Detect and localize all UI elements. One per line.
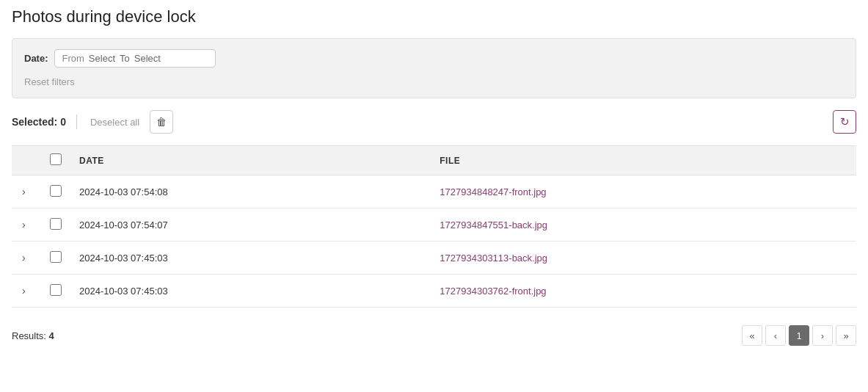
- current-page-button[interactable]: 1: [789, 325, 809, 346]
- selected-count-value: 0: [60, 116, 66, 128]
- checkbox-cell: [41, 208, 70, 242]
- file-cell: 1727934303113-back.jpg: [431, 242, 856, 275]
- checkbox-cell: [41, 175, 70, 208]
- file-cell: 1727934847551-back.jpg: [431, 208, 856, 242]
- from-select[interactable]: Select: [89, 53, 115, 64]
- page-title: Photos during device lock: [12, 7, 856, 26]
- reset-filters-button[interactable]: Reset filters: [24, 76, 75, 87]
- table-body: › 2024-10-03 07:54:08 1727934848247-fron…: [12, 175, 856, 308]
- file-link[interactable]: 1727934847551-back.jpg: [440, 219, 547, 231]
- table-row: › 2024-10-03 07:45:03 1727934303113-back…: [12, 242, 856, 275]
- expand-button[interactable]: ›: [21, 283, 27, 298]
- deselect-all-button[interactable]: Deselect all: [87, 115, 142, 129]
- file-cell: 1727934303762-front.jpg: [431, 275, 856, 308]
- expand-button[interactable]: ›: [21, 184, 27, 199]
- table-row: › 2024-10-03 07:54:08 1727934848247-fron…: [12, 175, 856, 208]
- pagination: « ‹ 1 › »: [742, 325, 856, 346]
- toolbar-left: Selected: 0 Deselect all 🗑: [12, 110, 173, 134]
- file-link[interactable]: 1727934303113-back.jpg: [440, 253, 547, 264]
- expand-button[interactable]: ›: [21, 250, 27, 265]
- date-label: Date:: [24, 53, 48, 64]
- first-page-button[interactable]: «: [742, 325, 762, 346]
- results-count: 4: [49, 330, 54, 341]
- file-cell: 1727934848247-front.jpg: [431, 175, 856, 208]
- last-page-button[interactable]: »: [836, 325, 856, 346]
- date-cell: 2024-10-03 07:45:03: [70, 242, 431, 275]
- table-container: DATE FILE › 2024-10-03 07:54:08 17279348…: [12, 145, 856, 308]
- date-cell: 2024-10-03 07:45:03: [70, 275, 431, 308]
- date-column-header: DATE: [70, 146, 431, 175]
- expand-cell: ›: [12, 275, 41, 308]
- table-row: › 2024-10-03 07:54:07 1727934847551-back…: [12, 208, 856, 242]
- checkbox-col-header: [41, 146, 70, 175]
- filter-bar: Date: From Select To Select Reset filter…: [12, 38, 856, 98]
- next-page-button[interactable]: ›: [812, 325, 833, 346]
- footer: Results: 4 « ‹ 1 › »: [12, 322, 856, 349]
- row-checkbox[interactable]: [50, 218, 62, 230]
- row-checkbox[interactable]: [50, 284, 62, 296]
- delete-button[interactable]: 🗑: [150, 110, 173, 134]
- expand-col-header: [12, 146, 41, 175]
- expand-cell: ›: [12, 208, 41, 242]
- expand-cell: ›: [12, 175, 41, 208]
- table-header: DATE FILE: [12, 146, 856, 175]
- from-label: From: [62, 53, 84, 64]
- date-range-input[interactable]: From Select To Select: [54, 49, 216, 68]
- prev-page-button[interactable]: ‹: [765, 325, 786, 346]
- photos-table: DATE FILE › 2024-10-03 07:54:08 17279348…: [12, 145, 856, 308]
- refresh-icon: ↻: [840, 115, 850, 128]
- delete-icon: 🗑: [156, 116, 167, 128]
- file-link[interactable]: 1727934303762-front.jpg: [440, 286, 546, 297]
- expand-cell: ›: [12, 242, 41, 275]
- date-cell: 2024-10-03 07:54:07: [70, 208, 431, 242]
- date-cell: 2024-10-03 07:54:08: [70, 175, 431, 208]
- results-label: Results: 4: [12, 330, 54, 341]
- selected-count-label: Selected: 0: [12, 116, 66, 128]
- toolbar: Selected: 0 Deselect all 🗑 ↻: [12, 107, 856, 137]
- row-checkbox[interactable]: [50, 251, 62, 263]
- results-text: Results:: [12, 330, 46, 341]
- refresh-button[interactable]: ↻: [833, 110, 856, 134]
- file-link[interactable]: 1727934848247-front.jpg: [440, 186, 546, 197]
- date-separator: To: [120, 53, 130, 64]
- selected-label: Selected:: [12, 116, 57, 128]
- date-filter-row: Date: From Select To Select: [24, 49, 844, 68]
- expand-button[interactable]: ›: [21, 217, 27, 232]
- table-row: › 2024-10-03 07:45:03 1727934303762-fron…: [12, 275, 856, 308]
- row-checkbox[interactable]: [50, 185, 62, 197]
- select-all-checkbox[interactable]: [50, 153, 62, 165]
- checkbox-cell: [41, 242, 70, 275]
- to-select[interactable]: Select: [134, 53, 161, 64]
- file-column-header: FILE: [431, 146, 856, 175]
- toolbar-divider: [76, 115, 77, 129]
- checkbox-cell: [41, 275, 70, 308]
